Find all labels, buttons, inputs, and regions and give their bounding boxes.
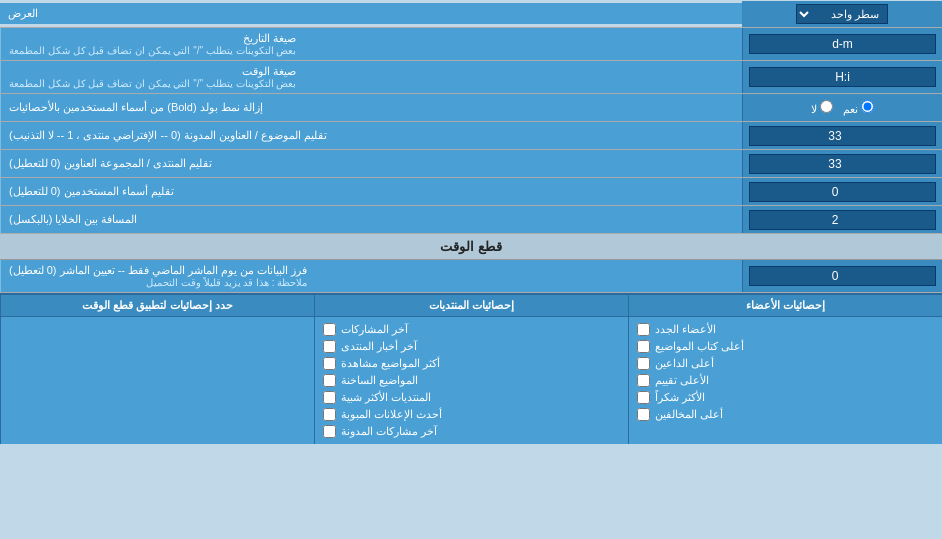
cb-classifieds[interactable] <box>323 408 336 421</box>
cb-most-viewed[interactable] <box>323 357 336 370</box>
col2-header: إحصائيات المنتديات <box>314 295 628 316</box>
forum-titles-row: تقليم المنتدى / المجموعة العناوين (0 للت… <box>0 150 942 178</box>
check-top-rated: الأعلى تقييم <box>637 372 934 389</box>
cb-blog-posts[interactable] <box>323 425 336 438</box>
cb-most-thanks[interactable] <box>637 391 650 404</box>
wrap-select[interactable]: سطر واحد متعدد الأسطر <box>796 4 888 24</box>
date-format-input-cell <box>742 28 942 60</box>
cb-popular-forums[interactable] <box>323 391 336 404</box>
usernames-input[interactable] <box>749 182 936 202</box>
bold-remove-input-cell: نعم لا <box>742 94 942 121</box>
check-forum-news: آخر أخبار المنتدى <box>323 338 620 355</box>
bottom-section: إحصائيات الأعضاء إحصائيات المنتديات حدد … <box>0 293 942 444</box>
cell-spacing-label: المسافة بين الخلايا (بالبكسل) <box>0 206 742 233</box>
check-top-warned: أعلى المخالفين <box>637 406 934 423</box>
cell-spacing-input[interactable] <box>749 210 936 230</box>
cutoff-label: فرز البيانات من يوم الماشر الماضي فقط --… <box>0 260 742 292</box>
check-new-members: الأعضاء الجدد <box>637 321 934 338</box>
usernames-input-cell <box>742 178 942 205</box>
topic-titles-input[interactable] <box>749 126 936 146</box>
check-top-referrers: أعلى الداعين <box>637 355 934 372</box>
cutoff-section-header: قطع الوقت <box>0 234 942 260</box>
check-most-thanks: الأكثر شكراً <box>637 389 934 406</box>
cb-last-posts[interactable] <box>323 323 336 336</box>
check-top-posters: أعلى كتاب المواضيع <box>637 338 934 355</box>
date-format-row: صيغة التاريخ بعض التكوينات يتطلب "/" الت… <box>0 28 942 61</box>
bottom-cols: الأعضاء الجدد أعلى كتاب المواضيع أعلى ال… <box>0 317 942 444</box>
cutoff-input[interactable] <box>749 266 936 286</box>
cb-top-warned[interactable] <box>637 408 650 421</box>
forums-col: آخر المشاركات آخر أخبار المنتدى أكثر الم… <box>314 317 628 444</box>
check-classifieds: أحدث الإعلانات المبوبة <box>323 406 620 423</box>
limit-label: حدد إحصائيات لتطبيق قطع الوقت <box>0 295 314 316</box>
cb-top-rated[interactable] <box>637 374 650 387</box>
limit-col <box>0 317 314 444</box>
radio-no-label[interactable]: لا <box>811 100 833 116</box>
cb-forum-news[interactable] <box>323 340 336 353</box>
forum-titles-input[interactable] <box>749 154 936 174</box>
time-format-input-cell <box>742 61 942 93</box>
forum-titles-label: تقليم المنتدى / المجموعة العناوين (0 للت… <box>0 150 742 177</box>
time-format-label: صيغة الوقت بعض التكوينات يتطلب "/" التي … <box>0 61 742 93</box>
time-format-input[interactable] <box>749 67 936 87</box>
check-last-posts: آخر المشاركات <box>323 321 620 338</box>
radio-no[interactable] <box>820 100 833 113</box>
bold-remove-label: إزالة نمط بولد (Bold) من أسماء المستخدمي… <box>0 94 742 121</box>
wrap-row: سطر واحد متعدد الأسطر العرض <box>0 0 942 28</box>
members-col: الأعضاء الجدد أعلى كتاب المواضيع أعلى ال… <box>628 317 942 444</box>
check-popular-forums: المنتديات الأكثر شبية <box>323 389 620 406</box>
cell-spacing-input-cell <box>742 206 942 233</box>
usernames-row: تقليم أسماء المستخدمين (0 للتعطيل) <box>0 178 942 206</box>
check-most-viewed: أكثر المواضيع مشاهدة <box>323 355 620 372</box>
radio-yes[interactable] <box>861 100 874 113</box>
topic-titles-label: تقليم الموضوع / العناوين المدونة (0 -- ا… <box>0 122 742 149</box>
topic-titles-input-cell <box>742 122 942 149</box>
date-format-input[interactable] <box>749 34 936 54</box>
cb-top-posters[interactable] <box>637 340 650 353</box>
col1-header: إحصائيات الأعضاء <box>628 295 942 316</box>
time-format-row: صيغة الوقت بعض التكوينات يتطلب "/" التي … <box>0 61 942 94</box>
check-hot-topics: المواضيع الساخنة <box>323 372 620 389</box>
cutoff-row: فرز البيانات من يوم الماشر الماضي فقط --… <box>0 260 942 293</box>
date-format-label: صيغة التاريخ بعض التكوينات يتطلب "/" الت… <box>0 28 742 60</box>
cb-new-members[interactable] <box>637 323 650 336</box>
cell-spacing-row: المسافة بين الخلايا (بالبكسل) <box>0 206 942 234</box>
bottom-header-row: إحصائيات الأعضاء إحصائيات المنتديات حدد … <box>0 295 942 317</box>
wrap-input-cell: سطر واحد متعدد الأسطر <box>742 1 942 27</box>
radio-yes-label[interactable]: نعم <box>843 100 874 116</box>
cutoff-input-cell <box>742 260 942 292</box>
wrap-label: العرض <box>0 3 742 24</box>
topic-titles-row: تقليم الموضوع / العناوين المدونة (0 -- ا… <box>0 122 942 150</box>
forum-titles-input-cell <box>742 150 942 177</box>
usernames-label: تقليم أسماء المستخدمين (0 للتعطيل) <box>0 178 742 205</box>
check-blog-posts: آخر مشاركات المدونة <box>323 423 620 440</box>
cb-top-referrers[interactable] <box>637 357 650 370</box>
bold-remove-row: نعم لا إزالة نمط بولد (Bold) من أسماء ال… <box>0 94 942 122</box>
cb-hot-topics[interactable] <box>323 374 336 387</box>
